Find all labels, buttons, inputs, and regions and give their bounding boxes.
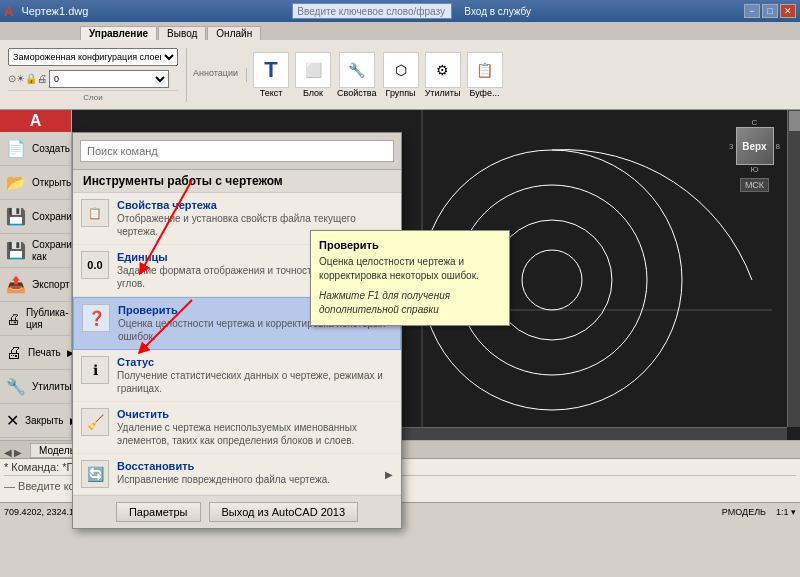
layout-controls: ◀ ▶ [4,447,22,458]
sidebar-item-close[interactable]: ✕ Закрыть ▶ [0,404,71,438]
nav-cube-row: 3 Верх 8 [729,127,780,165]
ribbon-btn-text-label: Текст [260,88,283,98]
app-logo: A [4,4,13,19]
tooltip-desc: Оценка целостности чертежа и корректиров… [319,255,501,283]
title-bar-controls: − □ ✕ [744,4,796,18]
menu-item-status[interactable]: ℹ Статус Получение статистических данных… [73,350,401,402]
ribbon-btn-blok[interactable]: ⬜ Блок [295,52,331,98]
ribbon-group-layers: Замороженная конфигурация слоев ⊙☀🔒🖨 0 С… [8,48,187,102]
layer-config-row: Замороженная конфигурация слоев [8,48,178,66]
main-area: A 📄 Создать ▶ 📂 Открыть ▶ 💾 Сохранить 💾 … [0,110,800,440]
nav-cube[interactable]: Верх [736,127,774,165]
prev-layout-btn[interactable]: ◀ [4,447,12,458]
msk-button[interactable]: МСК [740,178,769,192]
clean-text: Очистить Удаление с чертежа неиспользуем… [117,408,393,447]
ribbon-btn-buffer-label: Буфе... [470,88,500,98]
create-icon: 📄 [6,139,26,158]
close-button[interactable]: ✕ [780,4,796,18]
app-menu-search-container [73,133,401,170]
nav-north-label: С [752,118,758,127]
ribbon-content: Замороженная конфигурация слоев ⊙☀🔒🖨 0 С… [0,40,800,110]
sidebar-item-open[interactable]: 📂 Открыть ▶ [0,166,71,200]
sidebar-create-label: Создать [32,143,70,155]
sidebar-item-export[interactable]: 📤 Экспорт ▶ [0,268,71,302]
sidebar-export-label: Экспорт [32,279,70,291]
tooltip-hint: Нажмите F1 для получения дополнительной … [319,289,501,317]
ribbon-btn-buffer[interactable]: 📋 Буфе... [467,52,503,98]
sidebar-close-label: Закрыть [25,415,64,427]
ribbon-btn-utilities-label: Утилиты [425,88,461,98]
restore-arrow: ▶ [385,469,393,480]
menu-item-restore[interactable]: 🔄 Восстановить Исправление поврежденного… [73,454,401,495]
layer-row: ⊙☀🔒🖨 0 [8,70,178,88]
menu-item-clean[interactable]: 🧹 Очистить Удаление с чертежа неиспользу… [73,402,401,454]
v-scrollbar[interactable] [787,110,800,427]
layer-select[interactable]: 0 [49,70,169,88]
publish-icon: 🖨 [6,311,20,327]
title-bar-left: A Чертеж1.dwg Вход в службу [4,3,531,19]
ribbon-btn-properties[interactable]: 🔧 Свойства [337,52,377,98]
sidebar-item-print[interactable]: 🖨 Печать ▶ [0,336,71,370]
sidebar-print-label: Печать [28,347,61,359]
sidebar-item-publish[interactable]: 🖨 Публика-ция ▶ [0,302,71,336]
open-icon: 📂 [6,173,26,192]
exit-button[interactable]: Выход из AutoCAD 2013 [209,502,359,522]
minimize-button[interactable]: − [744,4,760,18]
app-menu-search[interactable] [80,140,394,162]
restore-text: Восстановить Исправление поврежденного ф… [117,460,377,486]
ribbon-btn-properties-label: Свойства [337,88,377,98]
sidebar-item-utils[interactable]: 🔧 Утилиты ▶ [0,370,71,404]
ribbon-btn-utilities[interactable]: ⚙ Утилиты [425,52,461,98]
app-button[interactable]: A [0,110,71,132]
sidebar-open-label: Открыть [32,177,71,189]
units-icon: 0.0 [81,251,109,279]
sidebar-utils-label: Утилиты [32,381,72,393]
v-scrollbar-thumb[interactable] [789,111,800,131]
ribbon-tabs: Управление Вывод Онлайн [0,22,800,40]
status-icon: ℹ [81,356,109,384]
sidebar-item-saveas[interactable]: 💾 Сохранить как ▶ [0,234,71,268]
tab-online[interactable]: Онлайн [207,26,261,40]
save-icon: 💾 [6,207,26,226]
next-layout-btn[interactable]: ▶ [14,447,22,458]
nav-south-label: Ю [750,165,758,174]
ribbon-group-annotations: Аннотации [193,68,247,82]
ribbon-btn-blok-label: Блок [303,88,323,98]
sidebar-publish-label: Публика-ция [26,307,69,331]
saveas-icon: 💾 [6,241,26,260]
layer-config-select[interactable]: Замороженная конфигурация слоев [8,48,178,66]
title-bar: A Чертеж1.dwg Вход в службу − □ ✕ [0,0,800,22]
login-btn[interactable]: Вход в службу [464,6,531,17]
window-title: Чертеж1.dwg [21,5,88,17]
export-icon: 📤 [6,275,26,294]
nav-cube-container: С 3 Верх 8 Ю МСК [727,118,782,192]
ribbon-btn-groups[interactable]: ⬡ Группы [383,52,419,98]
clean-icon: 🧹 [81,408,109,436]
status-text: Статус Получение статистических данных о… [117,356,393,395]
annotation-header: Аннотации [193,68,238,78]
scale-label[interactable]: 1:1 ▾ [776,507,796,517]
ribbon-btn-text[interactable]: T Текст [253,52,289,98]
left-sidebar: A 📄 Создать ▶ 📂 Открыть ▶ 💾 Сохранить 💾 … [0,110,72,440]
title-spacer [292,3,452,19]
model-label: РМОДЕЛЬ [722,507,766,517]
tooltip-title: Проверить [319,239,501,251]
ribbon-group-main: T Текст ⬜ Блок 🔧 Свойства ⬡ Группы ⚙ Ути… [253,52,503,98]
close-icon: ✕ [6,411,19,430]
check-icon: ❓ [82,304,110,332]
layers-label: Слои [8,90,178,102]
sidebar-item-create[interactable]: 📄 Создать ▶ [0,132,71,166]
utils-icon: 🔧 [6,377,26,396]
search-field[interactable] [292,3,452,19]
tab-vyvod[interactable]: Вывод [158,26,206,40]
ribbon-btn-groups-label: Группы [386,88,416,98]
tab-upravlenie[interactable]: Управление [80,26,157,40]
maximize-button[interactable]: □ [762,4,778,18]
nav-west-label: 3 [729,142,733,151]
app-menu-footer: Параметры Выход из AutoCAD 2013 [73,495,401,528]
sidebar-item-save[interactable]: 💾 Сохранить [0,200,71,234]
nav-east-label: 8 [776,142,780,151]
restore-icon: 🔄 [81,460,109,488]
app-menu: Инструменты работы с чертежом 📋 Свойства… [72,132,402,529]
params-button[interactable]: Параметры [116,502,201,522]
